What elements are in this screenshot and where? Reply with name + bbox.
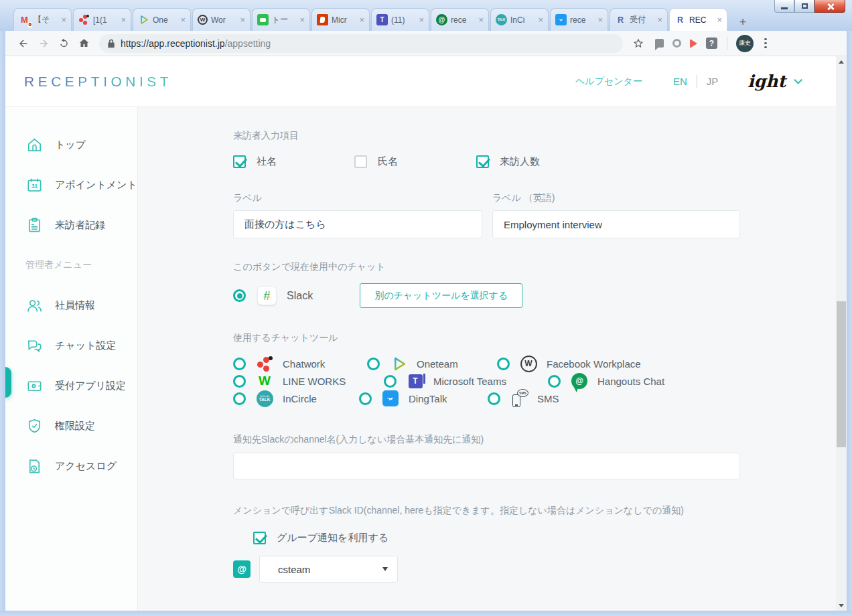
chat-tool-sms[interactable]: SMS SMS bbox=[488, 390, 559, 407]
sidebar-item-employees[interactable]: 社員情報 bbox=[5, 285, 137, 325]
tab-title: Micr bbox=[332, 15, 356, 25]
label-row: ラベル ラベル （英語) bbox=[233, 192, 836, 204]
label-en-input[interactable] bbox=[492, 210, 740, 238]
chat-tool-workplace[interactable]: W Facebook Workplace bbox=[497, 355, 641, 372]
chat-tool-teams[interactable]: T Microsoft Teams bbox=[384, 372, 506, 390]
lang-jp-link[interactable]: JP bbox=[707, 76, 719, 87]
radio-icon[interactable] bbox=[233, 358, 246, 370]
tab-close-icon[interactable]: × bbox=[419, 15, 424, 25]
tab-close-icon[interactable]: × bbox=[597, 15, 603, 25]
browser-tab-workplace[interactable]: W Wor × bbox=[192, 8, 251, 31]
url-host: https://app.receptionist.jp bbox=[121, 38, 225, 49]
radio-icon[interactable] bbox=[233, 375, 246, 388]
scrollbar-thumb[interactable] bbox=[837, 301, 846, 447]
help-center-link[interactable]: ヘルプセンター bbox=[575, 76, 642, 88]
sidebar-item-permissions[interactable]: 権限設定 bbox=[5, 406, 137, 446]
slack-icon: # bbox=[257, 286, 277, 305]
radio-icon[interactable] bbox=[359, 392, 372, 405]
app-settings-form: 来訪者入力項目 社名 氏名 来訪人数 ラベル ラベル （英語) bbox=[138, 107, 836, 611]
site-header: RECEPTIONIST ヘルプセンター EN JP ight bbox=[5, 56, 836, 107]
chat-tool-dingtalk[interactable]: DingTalk bbox=[359, 390, 447, 407]
slack-radio-selected[interactable] bbox=[233, 289, 246, 302]
close-button[interactable] bbox=[814, 0, 845, 13]
checkbox-checked-icon bbox=[253, 532, 266, 544]
chat-tool-hangouts[interactable]: @ Hangouts Chat bbox=[548, 372, 664, 390]
sidebar-item-top[interactable]: トップ bbox=[5, 125, 137, 165]
chat-tool-incircle[interactable]: InCircleTALK InCircle bbox=[233, 390, 317, 407]
browser-menu-icon[interactable] bbox=[762, 35, 770, 52]
browser-tab-gmail[interactable]: M0 【そ × bbox=[13, 8, 72, 31]
scroll-up-icon[interactable] bbox=[836, 56, 847, 67]
header-right: ヘルプセンター EN JP ight bbox=[575, 72, 800, 91]
help-extension-icon[interactable]: ? bbox=[706, 37, 717, 49]
tab-close-icon[interactable]: × bbox=[657, 15, 662, 25]
home-button[interactable] bbox=[74, 33, 94, 54]
maximize-button[interactable] bbox=[794, 0, 814, 13]
chat-tool-name: Microsoft Teams bbox=[433, 376, 506, 387]
arrow-extension-icon[interactable] bbox=[690, 39, 697, 48]
sidebar-item-chat-settings[interactable]: チャット設定 bbox=[5, 325, 137, 366]
browser-tab-incircle[interactable]: TALK InCi × bbox=[490, 8, 549, 31]
radio-icon[interactable] bbox=[384, 375, 397, 388]
browser-tab-dingtalk[interactable]: rece × bbox=[550, 8, 608, 31]
tab-close-icon[interactable]: × bbox=[299, 15, 305, 25]
profile-avatar[interactable]: 康史 bbox=[736, 35, 754, 52]
sidebar-item-appointment[interactable]: 31 アポイントメント bbox=[5, 165, 137, 205]
chat-tool-chatwork[interactable]: Chatwork bbox=[233, 355, 325, 372]
browser-tab-teams[interactable]: T (11) × bbox=[371, 8, 429, 31]
mention-select[interactable]: csteam bbox=[259, 556, 398, 583]
chat-tool-lineworks[interactable]: W LINE WORKS bbox=[233, 372, 346, 390]
radio-icon[interactable] bbox=[233, 392, 246, 405]
tab-close-icon[interactable]: × bbox=[717, 15, 722, 25]
gmail-letter: M bbox=[21, 15, 28, 25]
browser-tab-reception[interactable]: R 受付 × bbox=[610, 8, 668, 31]
reload-button[interactable] bbox=[54, 33, 74, 54]
radio-icon[interactable] bbox=[367, 358, 380, 370]
channel-input[interactable] bbox=[233, 453, 740, 479]
chevron-down-icon[interactable] bbox=[794, 76, 802, 84]
chat-tool-name: InCircle bbox=[283, 393, 317, 404]
browser-tab-talk[interactable]: トー × bbox=[252, 8, 310, 31]
sidebar-item-access-log[interactable]: アクセスログ bbox=[5, 446, 137, 486]
label-ja-input[interactable] bbox=[233, 210, 482, 238]
radio-icon[interactable] bbox=[548, 375, 561, 388]
group-notify-checkbox[interactable]: グループ通知を利用する bbox=[253, 532, 836, 544]
lang-en-link[interactable]: EN bbox=[673, 76, 687, 87]
radio-icon[interactable] bbox=[497, 358, 510, 370]
chat-tool-name: DingTalk bbox=[409, 393, 447, 404]
checkbox-visitor-count[interactable]: 来訪人数 bbox=[476, 155, 540, 168]
minimize-button[interactable] bbox=[774, 0, 794, 13]
checkbox-company-name[interactable]: 社名 bbox=[233, 155, 277, 168]
page-scrollbar[interactable] bbox=[836, 56, 847, 611]
window-frame-left bbox=[0, 31, 5, 616]
scroll-down-icon[interactable] bbox=[836, 600, 847, 611]
browser-tab-chatwork[interactable]: [1(1 × bbox=[73, 8, 131, 31]
tab-close-icon[interactable]: × bbox=[538, 15, 543, 25]
tab-close-icon[interactable]: × bbox=[180, 15, 186, 25]
address-bar[interactable]: https://app.receptionist.jp/appsetting bbox=[99, 34, 623, 53]
sidebar-item-visitor-log[interactable]: 来訪者記録 bbox=[5, 205, 137, 245]
tab-close-icon[interactable]: × bbox=[478, 15, 484, 25]
flag-extension-icon[interactable] bbox=[655, 39, 664, 48]
browser-tab-oneteam[interactable]: One × bbox=[133, 8, 191, 31]
tab-close-icon[interactable]: × bbox=[359, 15, 364, 25]
tab-close-icon[interactable]: × bbox=[240, 15, 245, 25]
browser-tab-office[interactable]: Micr × bbox=[311, 8, 370, 31]
tab-close-icon[interactable]: × bbox=[61, 15, 66, 25]
new-tab-button[interactable]: + bbox=[733, 13, 753, 31]
sidebar-item-reception-app[interactable]: 受付アプリ設定 bbox=[5, 366, 137, 406]
radio-icon[interactable] bbox=[488, 392, 500, 405]
account-logo[interactable]: ight bbox=[748, 72, 786, 91]
receptionist-logo[interactable]: RECEPTIONIST bbox=[24, 74, 172, 90]
browser-tab-hangouts[interactable]: @ rece × bbox=[431, 8, 489, 31]
checkbox-label: 来訪人数 bbox=[500, 155, 540, 168]
checkbox-person-name[interactable]: 氏名 bbox=[354, 155, 398, 168]
tab-close-icon[interactable]: × bbox=[121, 15, 126, 25]
chat-tool-oneteam[interactable]: Oneteam bbox=[367, 355, 458, 372]
back-button[interactable] bbox=[13, 33, 33, 54]
change-chat-tool-button[interactable]: 別のチャットツールを選択する bbox=[360, 283, 522, 308]
browser-tab-active[interactable]: R REC × bbox=[669, 8, 727, 31]
bookmark-star-icon[interactable] bbox=[632, 37, 644, 50]
forward-button[interactable] bbox=[33, 33, 54, 54]
ring-extension-icon[interactable] bbox=[672, 39, 681, 48]
